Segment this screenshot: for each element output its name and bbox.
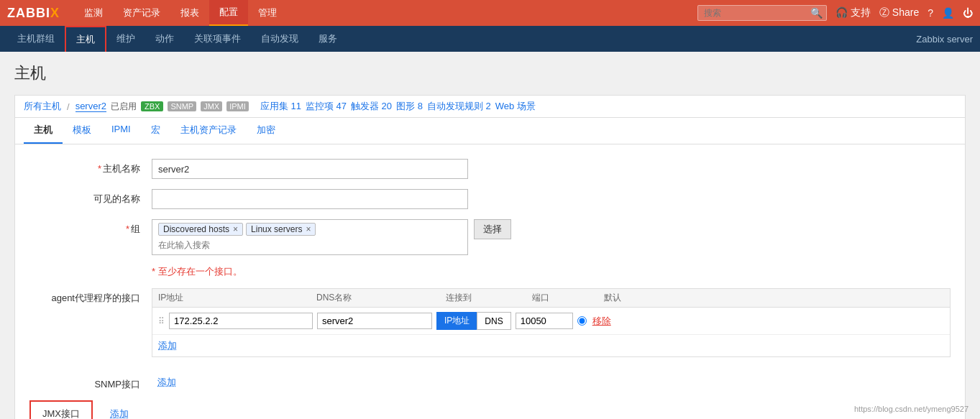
connect-buttons: IP地址 DNS <box>436 312 511 330</box>
app-logo: ZABBIX <box>7 6 60 21</box>
select-group-button[interactable]: 选择 <box>474 219 511 239</box>
nav-config[interactable]: 配置 <box>209 0 248 26</box>
default-radio[interactable] <box>577 316 587 326</box>
group-label: *组 <box>29 219 152 236</box>
header-dns: DNS名称 <box>316 292 446 304</box>
host-name-row: *主机名称 <box>29 159 951 179</box>
nav-maintenance[interactable]: 维护 <box>106 26 145 52</box>
logo-accent: X <box>50 6 60 20</box>
snmp-interface-section: SNMP接口 添加 <box>29 372 951 393</box>
badge-zbx: ZBX <box>141 101 163 111</box>
nav-monitor[interactable]: 监测 <box>74 0 113 26</box>
visible-name-label: 可见的名称 <box>29 189 152 206</box>
snmp-add-wrap: 添加 <box>152 372 182 393</box>
drag-handle-icon[interactable]: ⠿ <box>158 316 165 326</box>
nav-assets[interactable]: 资产记录 <box>113 0 170 26</box>
current-host-link[interactable]: server2 <box>75 101 106 112</box>
badge-ipmi: IPMI <box>226 101 249 111</box>
badge-snmp: SNMP <box>168 101 196 111</box>
port-input[interactable] <box>516 313 573 329</box>
support-link[interactable]: 🎧 支持 <box>835 6 871 19</box>
monitors-link[interactable]: 监控项 47 <box>306 100 347 113</box>
interface-hint: * 至少存在一个接口。 <box>152 265 951 278</box>
group-row: *组 Discovered hosts × Linux servers × 选择 <box>29 219 951 255</box>
header-connect: 连接到 <box>446 292 532 304</box>
host-meta-links: 应用集 11 监控项 47 触发器 20 图形 8 自动发现规则 2 Web 场… <box>260 100 536 113</box>
triggers-link[interactable]: 触发器 20 <box>351 100 392 113</box>
jmx-label-box: JMX接口 <box>29 400 93 419</box>
top-navigation: ZABBIX 监测 资产记录 报表 配置 管理 🔍 🎧 支持 Ⓩ Share ?… <box>0 0 980 26</box>
add-agent-interface-link[interactable]: 添加 <box>152 335 183 356</box>
group-field: Discovered hosts × Linux servers × <box>152 219 468 255</box>
header-default: 默认 <box>604 292 647 304</box>
host-name-label: *主机名称 <box>29 159 152 175</box>
tab-ipmi[interactable]: IPMI <box>101 118 141 144</box>
add-snmp-link[interactable]: 添加 <box>152 372 182 393</box>
jmx-add-wrap: 添加 <box>104 403 134 419</box>
share-link[interactable]: Ⓩ Share <box>879 6 919 19</box>
nav-reports[interactable]: 报表 <box>170 0 209 26</box>
nav-manage[interactable]: 管理 <box>248 0 287 26</box>
enabled-label: 已启用 <box>111 101 137 113</box>
server-label: Zabbix server <box>916 34 973 45</box>
remove-interface-link[interactable]: 移除 <box>592 315 611 328</box>
header-port: 端口 <box>532 292 604 304</box>
nav-actions[interactable]: 动作 <box>145 26 184 52</box>
logout-icon[interactable]: ⏻ <box>963 7 973 19</box>
add-agent-interface-row: 添加 <box>152 335 950 356</box>
remove-discovered-hosts-icon[interactable]: × <box>233 224 238 234</box>
agent-interface-table: IP地址 DNS名称 连接到 端口 默认 ⠿ IP地址 DNS <box>152 288 951 357</box>
nav-related-events[interactable]: 关联项事件 <box>184 26 251 52</box>
search-wrap: 🔍 <box>697 5 827 21</box>
all-hosts-link[interactable]: 所有主机 <box>24 100 61 113</box>
sub-tabs: 主机 模板 IPMI 宏 主机资产记录 加密 <box>14 117 966 144</box>
nav-auto-discovery[interactable]: 自动发现 <box>251 26 308 52</box>
page-title: 主机 <box>14 63 966 84</box>
table-row: ⠿ IP地址 DNS 移除 <box>152 308 950 335</box>
add-jmx-link[interactable]: 添加 <box>104 403 134 419</box>
top-nav-menu: 监测 资产记录 报表 配置 管理 <box>74 0 697 26</box>
search-icon[interactable]: 🔍 <box>810 7 823 19</box>
connect-dns-button[interactable]: DNS <box>477 312 510 330</box>
web-scenarios-link[interactable]: Web 场景 <box>495 100 536 113</box>
tab-macros[interactable]: 宏 <box>141 118 170 144</box>
form-area: *主机名称 可见的名称 *组 Discovered hosts × <box>14 144 966 419</box>
nav-services[interactable]: 服务 <box>308 26 347 52</box>
interface-header: IP地址 DNS名称 连接到 端口 默认 <box>152 289 950 308</box>
tab-templates[interactable]: 模板 <box>63 118 101 144</box>
tab-encryption[interactable]: 加密 <box>247 118 285 144</box>
auto-discovery-rules-link[interactable]: 自动发现规则 2 <box>427 100 491 113</box>
tab-host-asset-records[interactable]: 主机资产记录 <box>170 118 247 144</box>
dns-name-input[interactable] <box>317 313 432 329</box>
help-icon[interactable]: ? <box>928 7 933 19</box>
host-tabs-bar: 所有主机 / server2 已启用 ZBX SNMP JMX IPMI 应用集… <box>14 95 966 117</box>
visible-name-row: 可见的名称 <box>29 189 951 209</box>
badge-jmx: JMX <box>201 101 222 111</box>
jmx-interface-section: JMX接口 添加 <box>29 400 951 419</box>
ip-address-input[interactable] <box>169 313 313 329</box>
group-tags: Discovered hosts × Linux servers × <box>158 223 462 252</box>
agent-interface-label: agent代理程序的接口 <box>29 288 152 305</box>
snmp-interface-label: SNMP接口 <box>29 374 152 391</box>
group-tag-linux-servers: Linux servers × <box>246 223 316 236</box>
breadcrumb-separator: / <box>67 101 70 112</box>
search-input[interactable] <box>697 5 827 21</box>
tab-host[interactable]: 主机 <box>24 118 63 144</box>
visible-name-input[interactable] <box>152 189 468 209</box>
apps-link[interactable]: 应用集 11 <box>260 100 301 113</box>
nav-host-groups[interactable]: 主机群组 <box>7 26 65 52</box>
page-content: 主机 所有主机 / server2 已启用 ZBX SNMP JMX IPMI … <box>0 52 980 419</box>
nav-hosts[interactable]: 主机 <box>65 26 106 52</box>
top-nav-right: 🔍 🎧 支持 Ⓩ Share ? 👤 ⏻ <box>697 5 973 21</box>
remove-linux-servers-icon[interactable]: × <box>306 224 311 234</box>
connect-ip-button[interactable]: IP地址 <box>436 312 477 330</box>
host-name-input[interactable] <box>152 159 468 179</box>
agent-interface-section: agent代理程序的接口 IP地址 DNS名称 连接到 端口 默认 ⠿ IP地址… <box>29 288 951 357</box>
group-search-input[interactable] <box>158 239 462 252</box>
user-icon[interactable]: 👤 <box>942 7 954 19</box>
header-ip: IP地址 <box>158 292 316 304</box>
footer-url: https://blog.csdn.net/ymeng9527 <box>854 405 968 413</box>
graphs-link[interactable]: 图形 8 <box>396 100 423 113</box>
status-badge: 已启用 <box>111 101 137 113</box>
group-tag-discovered-hosts: Discovered hosts × <box>158 223 243 236</box>
